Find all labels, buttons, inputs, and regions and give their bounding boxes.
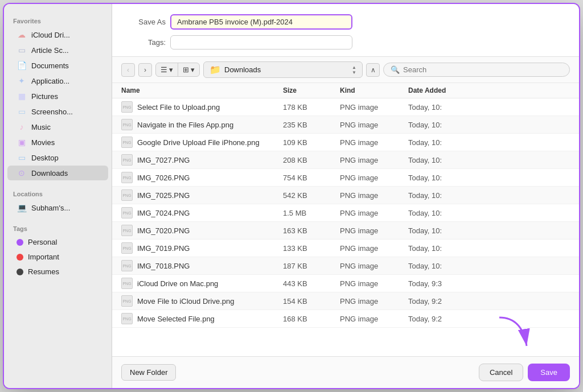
- table-row[interactable]: PNG Navigate in the Files App.png 235 KB…: [112, 116, 579, 134]
- search-bar: 🔍: [383, 63, 570, 77]
- file-name-cell: PNG IMG_7024.PNG: [121, 207, 283, 218]
- table-row[interactable]: PNG IMG_7018.PNG 187 KB PNG image Today,…: [112, 257, 579, 275]
- file-date: Today, 10:: [408, 191, 570, 200]
- file-name-cell: PNG Move Selected File.png: [121, 313, 283, 324]
- file-date: Today, 10:: [408, 156, 570, 164]
- file-name: IMG_7020.PNG: [137, 226, 190, 235]
- sidebar-item-icloud[interactable]: ☁ iCloud Dri...: [7, 27, 108, 42]
- back-button[interactable]: ‹: [121, 63, 135, 77]
- save-button[interactable]: Save: [528, 364, 570, 381]
- expand-button[interactable]: ∧: [366, 63, 380, 77]
- sidebar-item-movies[interactable]: ▣ Movies: [7, 135, 108, 150]
- current-folder-label: Downloads: [224, 65, 346, 74]
- file-size: 187 KB: [283, 262, 340, 270]
- file-name: Move Selected File.png: [137, 315, 215, 323]
- sidebar-item-label: Article Sc...: [31, 46, 69, 55]
- list-view-button[interactable]: ☰ ▾: [156, 63, 178, 76]
- tag-resumes-dot: [17, 269, 23, 275]
- sidebar-item-desktop[interactable]: ▭ Desktop: [7, 150, 108, 165]
- sidebar-item-article[interactable]: ▭ Article Sc...: [7, 43, 108, 57]
- forward-button[interactable]: ›: [138, 63, 152, 77]
- file-size: 754 KB: [283, 174, 340, 182]
- sidebar-item-tag-important[interactable]: Important: [7, 250, 108, 264]
- music-icon: ♪: [17, 122, 27, 131]
- sidebar-item-screenshots[interactable]: ▭ Screensho...: [7, 104, 108, 119]
- grid-view-chevron: ▾: [191, 65, 195, 74]
- file-kind: PNG image: [340, 279, 408, 288]
- search-input[interactable]: [403, 65, 563, 74]
- file-name: IMG_7024.PNG: [137, 209, 190, 217]
- file-name: IMG_7019.PNG: [137, 244, 190, 253]
- file-thumb: PNG: [121, 260, 133, 271]
- file-name-cell: PNG Google Drive Upload File iPhone.png: [121, 137, 283, 148]
- column-kind: Kind: [340, 86, 408, 94]
- file-size: 178 KB: [283, 103, 340, 112]
- tags-input[interactable]: [170, 35, 352, 49]
- favorites-label: Favorites: [4, 13, 112, 27]
- tags-row: Tags:: [126, 35, 565, 49]
- file-kind: PNG image: [340, 156, 408, 164]
- table-row[interactable]: PNG IMG_7027.PNG 208 KB PNG image Today,…: [112, 151, 579, 169]
- column-name: Name: [121, 86, 283, 94]
- movie-icon: ▣: [17, 138, 27, 147]
- sidebar-item-label: Resumes: [28, 267, 59, 276]
- table-row[interactable]: PNG Select File to Upload.png 178 KB PNG…: [112, 98, 579, 116]
- sidebar-item-subhams[interactable]: 💻 Subham's...: [7, 200, 108, 215]
- location-dropdown[interactable]: 📁 Downloads ▲ ▼: [203, 61, 363, 78]
- grid-icon: ⊞: [183, 65, 189, 74]
- file-name-cell: PNG IMG_7025.PNG: [121, 189, 283, 201]
- file-kind: PNG image: [340, 103, 408, 112]
- table-row[interactable]: PNG iCloud Drive on Mac.png 443 KB PNG i…: [112, 275, 579, 292]
- file-date: Today, 10:: [408, 209, 570, 217]
- sidebar-item-label: Pictures: [31, 92, 58, 101]
- cancel-button[interactable]: Cancel: [479, 364, 523, 381]
- file-name-cell: PNG iCloud Drive on Mac.png: [121, 278, 283, 289]
- file-name: iCloud Drive on Mac.png: [137, 279, 218, 288]
- file-name: IMG_7025.PNG: [137, 191, 190, 200]
- file-kind: PNG image: [340, 244, 408, 253]
- file-kind: PNG image: [340, 121, 408, 129]
- file-thumb: PNG: [121, 119, 133, 130]
- table-row[interactable]: PNG IMG_7026.PNG 754 KB PNG image Today,…: [112, 169, 579, 187]
- column-size: Size: [283, 86, 340, 94]
- save-as-row: Save As: [126, 14, 565, 30]
- grid-view-button[interactable]: ⊞ ▾: [178, 63, 199, 76]
- file-list-header: Name Size Kind Date Added: [112, 83, 579, 98]
- sidebar-item-label: Desktop: [31, 154, 59, 162]
- table-row[interactable]: PNG IMG_7025.PNG 542 KB PNG image Today,…: [112, 187, 579, 204]
- sidebar-item-downloads[interactable]: ⊙ Downloads: [7, 166, 108, 180]
- file-size: 208 KB: [283, 156, 340, 164]
- list-icon: ☰: [161, 65, 167, 74]
- file-name-cell: PNG IMG_7019.PNG: [121, 242, 283, 254]
- file-kind: PNG image: [340, 138, 408, 147]
- sidebar-item-documents[interactable]: 📄 Documents: [7, 58, 108, 73]
- app-icon: ✦: [17, 76, 27, 85]
- tag-personal-dot: [17, 239, 23, 246]
- file-name-cell: PNG Select File to Upload.png: [121, 101, 283, 113]
- sidebar: Favorites ☁ iCloud Dri... ▭ Article Sc..…: [4, 4, 112, 388]
- save-as-input[interactable]: [170, 14, 352, 30]
- file-date: Today, 9:2: [408, 315, 570, 323]
- file-name-cell: PNG Navigate in the Files App.png: [121, 119, 283, 130]
- table-row[interactable]: PNG IMG_7019.PNG 133 KB PNG image Today,…: [112, 240, 579, 257]
- sidebar-item-tag-personal[interactable]: Personal: [7, 235, 108, 249]
- table-row[interactable]: PNG IMG_7024.PNG 1.5 MB PNG image Today,…: [112, 204, 579, 222]
- sidebar-item-music[interactable]: ♪ Music: [7, 119, 108, 134]
- sidebar-item-label: Subham's...: [31, 204, 70, 212]
- sidebar-item-pictures[interactable]: ▦ Pictures: [7, 89, 108, 104]
- sidebar-item-applications[interactable]: ✦ Applicatio...: [7, 73, 108, 88]
- table-row[interactable]: PNG Move File to iCloud Drive.png 154 KB…: [112, 292, 579, 310]
- file-name: Select File to Upload.png: [137, 103, 220, 112]
- file-name: Google Drive Upload File iPhone.png: [137, 138, 260, 147]
- file-size: 168 KB: [283, 315, 340, 323]
- pictures-icon: ▦: [17, 92, 27, 101]
- action-buttons: Cancel Save: [479, 364, 570, 381]
- sidebar-item-tag-resumes[interactable]: Resumes: [7, 265, 108, 279]
- view-toggle[interactable]: ☰ ▾ ⊞ ▾: [155, 63, 200, 77]
- table-row[interactable]: PNG IMG_7020.PNG 163 KB PNG image Today,…: [112, 222, 579, 240]
- new-folder-button[interactable]: New Folder: [121, 364, 176, 381]
- file-name-cell: PNG Move File to iCloud Drive.png: [121, 295, 283, 307]
- computer-icon: 💻: [17, 203, 27, 212]
- table-row[interactable]: PNG Move Selected File.png 168 KB PNG im…: [112, 310, 579, 328]
- table-row[interactable]: PNG Google Drive Upload File iPhone.png …: [112, 134, 579, 151]
